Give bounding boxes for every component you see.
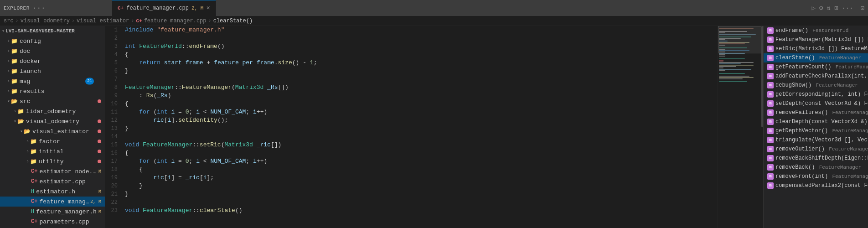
ve-label: visual_estimator: [32, 128, 98, 135]
sidebar-item-visual-estimator[interactable]: ▾ 📂 visual_estimator: [0, 126, 105, 136]
ln-23: 23: [105, 207, 123, 215]
sidebar-item-results[interactable]: › 📁 results: [0, 86, 105, 96]
lc-18: {: [123, 166, 718, 174]
outline-item-getfeaturecount[interactable]: m getFeatureCount() FeatureManager: [764, 62, 868, 72]
sidebar-item-src[interactable]: ▾ 📂 src: [0, 96, 105, 106]
sidebar-item-estimator-h[interactable]: H estimator.h M: [0, 187, 105, 197]
ln-2: 2: [105, 34, 123, 42]
sidebar-root[interactable]: ▾ LVI-SAM-EASYUSED-MASTER: [0, 26, 105, 36]
explorer-label: EXPLORER: [4, 5, 30, 11]
outline-label-removeoutlier: removeOutlier() FeatureManager: [775, 146, 868, 152]
tab-filename: feature_manager.cpp: [126, 5, 189, 11]
split-editor-icon[interactable]: ⊞: [834, 4, 838, 12]
lc-6: }: [123, 67, 718, 75]
sidebar-item-parameters-cpp[interactable]: C+ parameters.cpp: [0, 217, 105, 227]
breadcrumb-visual-estimator[interactable]: visual_estimator: [77, 18, 129, 24]
tab-close-icon[interactable]: ×: [206, 5, 210, 11]
utility-chevron: ›: [26, 159, 29, 164]
outline-item-triangulate[interactable]: m triangulate(Vector3d [], Vector3...: [764, 135, 868, 145]
method-icon-7: m: [767, 82, 774, 88]
sidebar-item-launch[interactable]: › 📁 launch: [0, 66, 105, 76]
outline-item-setdepth[interactable]: m setDepth(const VectorXd &) Feat...: [764, 99, 868, 108]
outline-panel: m endFrame() FeaturePerId m FeatureManag…: [763, 26, 868, 228]
breadcrumb-file[interactable]: feature_manager.cpp: [144, 18, 207, 24]
sidebar-item-feature-manager-cpp[interactable]: C+ feature_manager.cpp 2, M: [0, 197, 105, 207]
sidebar-item-estimator-cpp[interactable]: C+ estimator.cpp: [0, 176, 105, 187]
sidebar-item-msg[interactable]: › 📁 msg 21: [0, 76, 105, 86]
lc-12: ric[i].setIdentity();: [123, 116, 718, 124]
method-icon-4: m: [767, 55, 774, 61]
outline-item-endframe[interactable]: m endFrame() FeaturePerId: [764, 26, 868, 35]
outline-item-setric[interactable]: m setRic(Matrix3d []) FeatureManager: [764, 44, 868, 53]
title-bar-menu-icon[interactable]: ···: [32, 4, 46, 12]
editor-content[interactable]: 1 #include "feature_manager.h" 2 3 int F…: [105, 26, 718, 228]
visual-chevron: ▾: [14, 119, 16, 124]
breadcrumb-visual-odometry[interactable]: visual_odometry: [21, 18, 70, 24]
lc-10: {: [123, 100, 718, 108]
lc-20: }: [123, 182, 718, 190]
ln-12: 12: [105, 116, 123, 124]
minimap-scrollbar[interactable]: [761, 26, 763, 127]
outline-item-removeoutlier[interactable]: m removeOutlier() FeatureManager: [764, 145, 868, 154]
sidebar-item-docker[interactable]: › 📁 docker: [0, 56, 105, 66]
folder-icon-docker: 📁: [11, 58, 18, 65]
outline-label-removebackshift: removeBackShiftDepth(Eigen::M...: [775, 155, 868, 161]
sidebar-item-lidar[interactable]: › 📁 lidar_odometry: [0, 106, 105, 116]
editor-area: 1 #include "feature_manager.h" 2 3 int F…: [105, 26, 718, 228]
sidebar-item-factor[interactable]: › 📁 factor: [0, 136, 105, 146]
sidebar-item-utility[interactable]: › 📁 utility: [0, 156, 105, 166]
outline-item-removeback[interactable]: m removeBack() FeatureManager: [764, 163, 868, 172]
lidar-chevron: ›: [14, 109, 16, 114]
ln-17: 17: [105, 157, 123, 166]
sidebar-item-estimator-node-cpp[interactable]: C+ estimator_node.cpp M: [0, 166, 105, 176]
sidebar-item-config[interactable]: › 📁 config: [0, 36, 105, 46]
sep4: ›: [208, 18, 212, 24]
outline-item-removebackshift[interactable]: m removeBackShiftDepth(Eigen::M...: [764, 154, 868, 163]
outline-item-removefailures[interactable]: m removeFailures() FeatureManager: [764, 108, 868, 117]
explorer-section-header: EXPLORER ···: [4, 4, 108, 12]
ve-dot-badge: [98, 130, 101, 133]
run-icon[interactable]: ▷: [812, 4, 816, 12]
lc-22: [123, 198, 718, 207]
sidebar-item-feature-manager-h[interactable]: H feature_manager.h M: [0, 207, 105, 217]
outline-item-cleardepth[interactable]: m clearDepth(const VectorXd &) Fe...: [764, 117, 868, 126]
ln-15: 15: [105, 141, 123, 149]
outline-item-removefront[interactable]: m removeFront(int) FeatureManager: [764, 172, 868, 181]
outline-item-getdepthvector[interactable]: m getDepthVector() FeatureManager: [764, 126, 868, 135]
method-icon-6: m: [767, 73, 774, 79]
lc-13: }: [123, 124, 718, 133]
minimap[interactable]: [718, 26, 763, 228]
breadcrumb-src[interactable]: src: [4, 18, 14, 24]
outline-item-addfeature[interactable]: m addFeatureCheckParallax(int, co...: [764, 72, 868, 81]
folder-icon-src: 📂: [11, 98, 18, 105]
outline-item-clearstate[interactable]: m clearState() FeatureManager: [764, 53, 868, 62]
outline-item-compensatedparallax[interactable]: m compensatedParallax2(const Fea...: [764, 181, 868, 190]
code-line-21: 21 }: [105, 190, 718, 198]
folder-icon-doc: 📁: [11, 48, 18, 55]
outline-label-removeback: removeBack() FeatureManager: [775, 164, 861, 171]
sidebar-item-visual-odometry[interactable]: ▾ 📂 visual_odometry: [0, 116, 105, 126]
breadcrumb-file-icon: C+: [136, 18, 142, 24]
method-icon-5: m: [767, 64, 774, 70]
lc-21: }: [123, 190, 718, 198]
ve-chevron: ▾: [20, 129, 23, 134]
factor-label: factor: [39, 138, 98, 145]
method-icon-2: m: [767, 36, 774, 43]
method-icon: m: [767, 27, 774, 34]
sidebar-item-doc[interactable]: › 📁 doc: [0, 46, 105, 56]
code-line-9: 9 : Rs(_Rs): [105, 92, 718, 100]
breadcrumb-toggle-icon[interactable]: ⊡: [861, 4, 864, 12]
ln-9: 9: [105, 92, 123, 100]
outline-item-getcorresponding[interactable]: m getCorresponding(int, int) Featur...: [764, 90, 868, 99]
active-tab[interactable]: C+ feature_manager.cpp 2, M ×: [112, 0, 216, 16]
sidebar-item-initial[interactable]: › 📁 initial: [0, 146, 105, 156]
breadcrumb-symbol[interactable]: clearState(): [213, 18, 253, 24]
sync-icon[interactable]: ⇅: [827, 4, 830, 12]
more-actions-icon[interactable]: ···: [842, 5, 853, 12]
doc-label: doc: [20, 48, 105, 55]
outline-item-constructor[interactable]: m FeatureManager(Matrix3d []) Fe...: [764, 35, 868, 44]
estimator-cpp-label: estimator.cpp: [39, 178, 105, 185]
settings-icon[interactable]: ⚙: [819, 4, 823, 12]
outline-item-debugshow[interactable]: m debugShow() FeatureManager: [764, 81, 868, 90]
lc-23: void FeatureManager::clearState(): [123, 207, 718, 215]
